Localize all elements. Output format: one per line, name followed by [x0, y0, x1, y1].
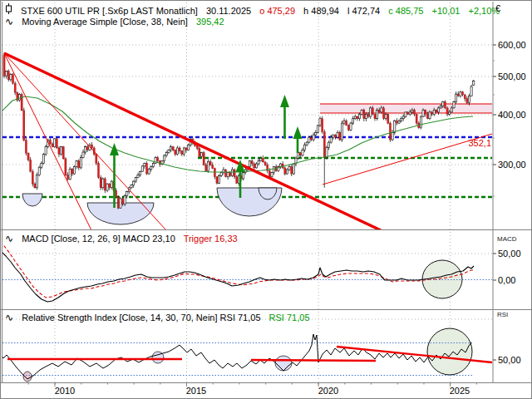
candle-down	[466, 99, 468, 103]
candle-down	[229, 173, 231, 176]
candle-up	[42, 155, 44, 164]
candle-up	[144, 163, 145, 165]
candle-up	[468, 96, 470, 102]
candle-down	[172, 147, 174, 150]
candle-up	[10, 75, 12, 80]
candle-up	[273, 167, 274, 173]
macd-trigger-label: Trigger 16,33	[184, 234, 238, 244]
candle-up	[370, 108, 372, 116]
candle-down	[56, 139, 57, 148]
candle-down	[23, 111, 25, 140]
candle-down	[299, 153, 301, 155]
candle-up	[332, 135, 334, 137]
currency-label: €	[495, 3, 506, 13]
quote-change: +10,01	[431, 6, 460, 16]
candle-down	[425, 110, 426, 114]
candle-up	[392, 132, 393, 140]
candle-up	[137, 175, 139, 178]
candle-up	[38, 167, 40, 175]
candle-down	[254, 164, 255, 168]
candle-down	[109, 184, 111, 188]
candle-down	[396, 121, 397, 123]
chart-window: 352,1600,00500,00400,00300,00MACD50,000,…	[0, 0, 532, 399]
candle-up	[76, 161, 77, 167]
candle-up	[164, 155, 165, 161]
quote-close: c 485,75	[388, 6, 423, 16]
rsi-axis-title: RSI	[497, 311, 508, 318]
candle-up	[279, 164, 281, 166]
candle-down	[91, 145, 92, 148]
candle-down	[78, 161, 80, 168]
rsi-axis-label: 50,00	[498, 355, 521, 365]
candle-down	[389, 123, 391, 140]
candle-up	[61, 147, 62, 155]
candle-down	[62, 147, 64, 159]
candle-up	[293, 164, 294, 174]
candle-down	[3, 55, 5, 76]
candle-up	[361, 110, 362, 114]
quote-date: 30.11.2025	[206, 6, 251, 16]
candle-up	[69, 169, 71, 179]
rsi-header: ∿ Relative Strength Index [Close, 14, 30…	[5, 312, 316, 323]
candle-down	[145, 163, 147, 174]
rsi-label: Relative Strength Index [Close, 14, 30, …	[22, 313, 260, 323]
candle-down	[7, 71, 9, 80]
candle-up	[255, 164, 257, 168]
candle-up	[231, 170, 233, 175]
candle-up	[411, 110, 413, 112]
candle-down	[34, 184, 36, 188]
price-axis-label: 600,00	[498, 40, 526, 50]
candle-up	[365, 114, 367, 118]
candle-up	[319, 119, 321, 126]
candle-down	[100, 178, 101, 188]
candle-up	[337, 132, 338, 137]
candle-up	[352, 119, 354, 123]
candle-up	[453, 102, 455, 108]
candle-up	[243, 173, 244, 179]
candle-up	[422, 110, 424, 116]
year-axis-label: 2025	[450, 386, 470, 396]
candle-up	[429, 112, 431, 119]
candle-down	[282, 164, 283, 168]
candle-up	[258, 161, 259, 164]
price-axis-label: 500,00	[498, 71, 526, 81]
rsi-highlight-circle	[427, 328, 472, 375]
candle-down	[96, 155, 97, 164]
candle-down	[357, 116, 358, 119]
candle-down	[310, 137, 312, 140]
candle-up	[124, 196, 126, 204]
wave-icon: ∿	[5, 16, 13, 27]
candle-down	[457, 94, 459, 96]
candle-up	[385, 114, 387, 118]
candle-down	[446, 108, 448, 115]
candle-up	[343, 121, 345, 123]
candle-down	[461, 92, 463, 95]
candle-up	[82, 152, 84, 158]
candle-up	[313, 135, 314, 140]
candle-down	[426, 114, 428, 118]
candle-down	[52, 144, 53, 147]
instrument-header: STXE 600 UTIL PR [.Sx6p LAST Monatlich] …	[5, 3, 505, 17]
candle-up	[102, 179, 104, 188]
chart-canvas[interactable]: 352,1600,00500,00400,00300,00MACD50,000,…	[0, 0, 532, 399]
candle-down	[387, 114, 389, 123]
year-axis-label: 2010	[55, 386, 75, 396]
candle-up	[176, 148, 178, 155]
candle-up	[341, 123, 342, 140]
candle-up	[298, 153, 299, 159]
candle-down	[234, 170, 235, 177]
year-axis-label: 2015	[186, 386, 206, 396]
quote-low: l 472,74	[347, 6, 380, 16]
candle-up	[133, 181, 135, 185]
candle-down	[346, 121, 347, 125]
candle-up	[302, 150, 303, 155]
candle-up	[449, 112, 451, 115]
candle-down	[372, 108, 373, 115]
candle-down	[27, 153, 29, 160]
candle-down	[21, 95, 22, 111]
macd-header: ∿ MACD [Close, 12, 26, 9] MACD 23,10 Tri…	[5, 233, 244, 244]
candle-down	[209, 161, 211, 165]
rsi-small-circle	[275, 356, 292, 371]
candle-up	[207, 161, 209, 170]
candle-down	[464, 95, 466, 99]
